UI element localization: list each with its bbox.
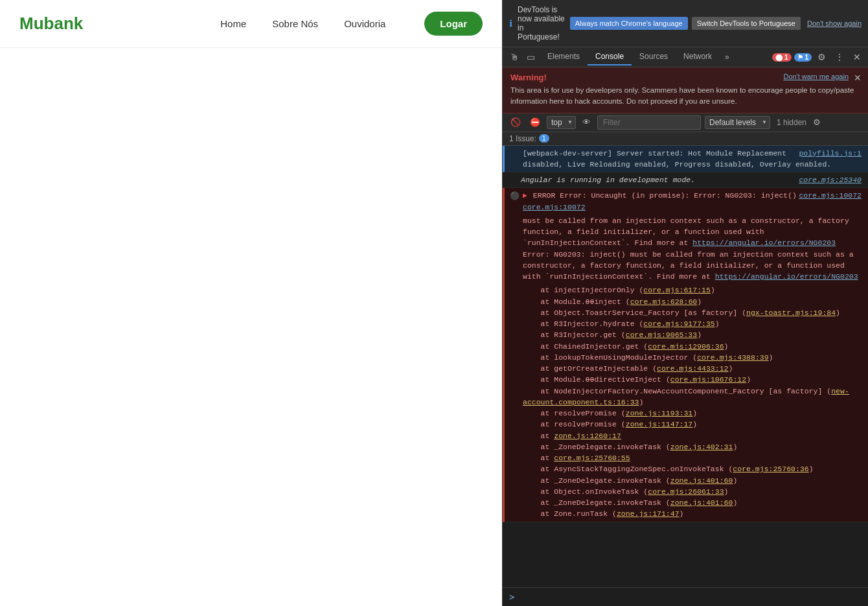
stack-line-17: at Object.onInvokeTask (core.mjs:26061:3… [523, 486, 862, 497]
stack-source-0[interactable]: core.mjs:617:15 [643, 286, 711, 294]
logo: Mubank [19, 14, 83, 34]
stack-source-7[interactable]: core.mjs:4433:12 [657, 364, 728, 373]
eye-icon[interactable]: 👁 [580, 115, 593, 129]
issues-badge: 1 [539, 134, 549, 143]
stack-source-19[interactable]: zone.js:171:47 [617, 509, 680, 518]
error-badge: ⬤ 1 [772, 53, 791, 62]
stack-line-6: at lookupTokenUsingModuleInjector (core.… [523, 352, 862, 363]
default-levels-wrap: Default levels [705, 116, 770, 129]
stack-line-3: at R3Injector.hydrate (core.mjs:9177:35) [523, 318, 862, 329]
angular-message: Angular is running in development mode. [521, 176, 695, 184]
tab-console[interactable]: Console [588, 49, 632, 65]
console-output[interactable]: polyfills.js:1 [webpack-dev-server] Serv… [503, 146, 868, 588]
error-main-text: ERROR Error: Uncaught (in promise): Erro… [523, 191, 797, 211]
stack-source-4[interactable]: core.mjs:9065:33 [626, 331, 697, 339]
top-dropdown[interactable]: top [547, 116, 576, 129]
stack-line-4: at R3Injector.get (core.mjs:9065:33) [523, 329, 862, 340]
nav-sobre[interactable]: Sobre Nós [272, 18, 318, 29]
stack-line-9: at NodeInjectorFactory.NewAccountCompone… [523, 386, 862, 408]
tab-more[interactable]: » [720, 49, 735, 65]
device-icon[interactable]: ▭ [523, 49, 538, 65]
stack-source-12[interactable]: zone.js:1260:17 [554, 432, 621, 440]
stack-source-11[interactable]: zone.js:1147:17 [626, 420, 693, 428]
stack-line-14: at core.mjs:25760:55 [523, 452, 862, 463]
website-content [0, 48, 502, 606]
stack-source-13[interactable]: zone.js:402:31 [670, 443, 733, 451]
stack-source-2[interactable]: ngx-toastr.mjs:19:84 [746, 309, 836, 317]
triangle-icon: ▶ [523, 191, 527, 200]
stack-source-18[interactable]: zone.js:401:60 [670, 498, 733, 507]
stack-source-16[interactable]: zone.js:401:60 [670, 476, 733, 485]
stack-line-16: at _ZoneDelegate.invokeTask (zone.js:401… [523, 475, 862, 486]
close-devtools-icon[interactable]: ✕ [850, 49, 864, 65]
devtools-tabs: Elements Console Sources Network » [540, 49, 771, 65]
stack-line-1: at Module.ɵɵinject (core.mjs:628:60) [523, 296, 862, 307]
stack-source-17[interactable]: core.mjs:26061:33 [648, 487, 724, 496]
stack-source-14[interactable]: core.mjs:25760:55 [554, 454, 630, 462]
stack-trace: at injectInjectorOnly (core.mjs:617:15) … [523, 285, 862, 519]
issues-bar: 1 Issue: 1 [503, 132, 868, 146]
stack-source-9[interactable]: new-account.component.ts:16:33 [523, 387, 849, 406]
info-icon: ℹ [509, 18, 512, 29]
error-circle-icon: ⚫ [510, 191, 520, 202]
warning-close-btn[interactable]: ✕ [854, 73, 862, 83]
console-settings-icon[interactable]: ⚙ [810, 115, 823, 129]
console-line-webpack: polyfills.js:1 [webpack-dev-server] Serv… [503, 146, 868, 173]
settings-icon[interactable]: ⚙ [814, 49, 829, 65]
source-link-polyfills[interactable]: polyfills.js:1 [799, 148, 862, 159]
top-dropdown-wrap: top [547, 116, 576, 129]
stack-source-5[interactable]: core.mjs:12906:36 [648, 342, 724, 351]
filter-input[interactable] [597, 115, 701, 130]
website-panel: Mubank Home Sobre Nós Ouvidoria Logar [0, 0, 502, 606]
stack-source-6[interactable]: core.mjs:4388:39 [697, 353, 768, 362]
stack-line-18: at _ZoneDelegate.invokeTask (zone.js:401… [523, 497, 862, 508]
error-source-link[interactable]: core.mjs:10072 [523, 203, 586, 211]
stack-line-8: at Module.ɵɵdirectiveInject (core.mjs:10… [523, 374, 862, 385]
stack-line-2: at Object.ToastrService_Factory [as fact… [523, 307, 862, 318]
nav-links: Home Sobre Nós Ouvidoria Logar [220, 12, 483, 36]
language-bar: ℹ DevTools is now available in Portugues… [503, 0, 868, 47]
default-levels-dropdown[interactable]: Default levels [705, 116, 770, 129]
stack-line-12: at zone.js:1260:17 [523, 430, 862, 441]
navbar: Mubank Home Sobre Nós Ouvidoria Logar [0, 0, 502, 48]
error-body: must be called from an injection context… [523, 215, 862, 283]
inspect-icon[interactable]: 🖱 [507, 49, 522, 65]
stack-source-1[interactable]: core.mjs:628:60 [630, 297, 698, 306]
stack-source-8[interactable]: core.mjs:10676:12 [670, 375, 746, 384]
stack-line-19: at Zone.runTask (zone.js:171:47) [523, 508, 862, 519]
warning-text: This area is for use by developers only.… [510, 85, 860, 108]
switch-devtools-btn[interactable]: Switch DevTools to Portuguese [692, 17, 801, 30]
ng0203-link-1[interactable]: https://angular.io/errors/NG0203 [692, 239, 836, 247]
tab-elements[interactable]: Elements [540, 49, 588, 65]
filter-icon[interactable]: ⛔ [527, 115, 543, 129]
warning-banner: Warning! This area is for use by develop… [503, 67, 868, 113]
source-link-core-10072[interactable]: core.mjs:10072 [799, 190, 862, 201]
lang-message: DevTools is now available in Portuguese! [518, 5, 566, 41]
dont-warn-link[interactable]: Don't warn me again [783, 73, 849, 80]
devtools-toolbar: 🖱 ▭ Elements Console Sources Network » ⬤… [503, 47, 868, 67]
tab-network[interactable]: Network [676, 49, 720, 65]
console-input[interactable] [518, 592, 862, 601]
ng0203-link-2[interactable]: https://angular.io/errors/NG0203 [715, 272, 858, 281]
stack-line-7: at getOrCreateInjectable (core.mjs:4433:… [523, 363, 862, 374]
stack-line-10: at resolvePromise (zone.js:1193:31) [523, 408, 862, 419]
console-toolbar: 🚫 ⛔ top 👁 Default levels 1 hidden ⚙ [503, 113, 868, 132]
console-line-error: ⚫ core.mjs:10072 ▶ ERROR Error: Uncaught… [503, 188, 868, 522]
console-input-area: > [503, 587, 868, 606]
stack-line-15: at AsyncStackTaggingZoneSpec.onInvokeTas… [523, 463, 862, 474]
stack-source-15[interactable]: core.mjs:25760:36 [733, 465, 808, 473]
dont-show-link[interactable]: Don't show again [807, 19, 862, 27]
webpack-message: [webpack-dev-server] Server started: Hot… [523, 149, 831, 169]
more-options-icon[interactable]: ⋮ [832, 49, 847, 65]
nav-home[interactable]: Home [220, 18, 246, 29]
stack-line-11: at resolvePromise (zone.js:1147:17) [523, 419, 862, 430]
nav-ouvidoria[interactable]: Ouvidoria [344, 18, 385, 29]
tab-sources[interactable]: Sources [632, 49, 676, 65]
console-line-angular: core.mjs:25340 Angular is running in dev… [503, 172, 868, 188]
stack-source-3[interactable]: core.mjs:9177:35 [643, 320, 714, 328]
clear-console-icon[interactable]: 🚫 [508, 115, 523, 129]
source-link-core-25340[interactable]: core.mjs:25340 [799, 174, 862, 185]
stack-source-10[interactable]: zone.js:1193:31 [626, 409, 693, 417]
login-button[interactable]: Logar [424, 12, 483, 36]
always-match-btn[interactable]: Always match Chrome's language [570, 17, 688, 30]
